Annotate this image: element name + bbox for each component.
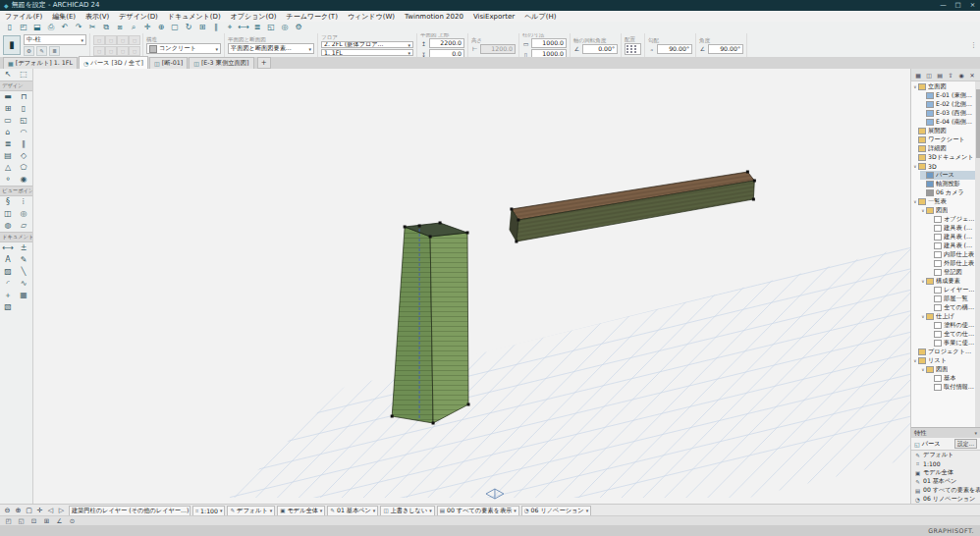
measure-icon[interactable]: ⟷	[237, 22, 250, 33]
paste-icon[interactable]: ⧈	[113, 22, 127, 33]
stair-tool[interactable]: ≣	[0, 138, 16, 150]
wall-tool[interactable]: ▬	[0, 91, 16, 103]
collapse-icon[interactable]: ▾	[974, 430, 977, 436]
tree-row[interactable]: ∨ 図面	[920, 206, 975, 215]
3d-view-icon[interactable]: ◱	[264, 22, 278, 33]
pen-set-combo[interactable]: ✎ 01 基本ペン	[327, 506, 378, 516]
zoom-icon[interactable]: ⊕	[154, 22, 168, 33]
new-tab-button[interactable]: +	[257, 57, 271, 69]
menu-item[interactable]: オプション(O)	[226, 12, 282, 22]
tree-row[interactable]: 詳細図	[912, 144, 975, 153]
menu-item[interactable]: ヘルプ(H)	[519, 12, 561, 22]
morph-tool[interactable]: ◇	[16, 150, 31, 162]
project-map-icon[interactable]: ▦	[913, 71, 923, 80]
drawing-tool[interactable]: ▧	[0, 301, 16, 313]
override-combo[interactable]: ◫ 上書きしない	[380, 506, 434, 516]
pan-icon[interactable]: ✛	[140, 22, 154, 33]
menu-item[interactable]: 編集(E)	[47, 12, 81, 22]
zoom-in-icon[interactable]: ⊕	[13, 507, 24, 514]
fit-view-icon[interactable]: ▢	[24, 507, 34, 514]
tree-row[interactable]: ∨ リスト	[912, 356, 975, 365]
open-file-icon[interactable]: ◰	[17, 22, 30, 33]
properties-title-bar[interactable]: 特性 ▾	[911, 428, 980, 438]
menu-item[interactable]: デザイン(D)	[114, 12, 163, 22]
beam-object[interactable]	[510, 172, 754, 241]
geometry-method-button[interactable]: ◻	[93, 35, 105, 45]
guide-lines-icon[interactable]: ∥	[209, 22, 223, 33]
3d-scene[interactable]	[33, 69, 910, 504]
tree-row[interactable]: E-02 (北側再構築用)	[920, 100, 975, 109]
tree-row[interactable]: 基本	[928, 374, 975, 383]
3d-viewport[interactable]	[33, 69, 910, 504]
save-icon[interactable]: ⬓	[30, 22, 44, 33]
elevation-tool[interactable]: ⦙	[16, 196, 31, 208]
gravity-icon[interactable]: ⌖	[223, 22, 237, 33]
section-tool[interactable]: §	[0, 196, 16, 208]
search-icon[interactable]: ⌕	[127, 22, 140, 33]
geometry-method-button[interactable]: ◻	[117, 46, 129, 56]
door-tool[interactable]: ⊓	[16, 91, 31, 103]
label-tool[interactable]: ✎	[16, 254, 31, 266]
infobox-mini-button[interactable]: ⚙	[24, 46, 34, 56]
publisher-icon[interactable]: ⇪	[946, 71, 955, 80]
curtain-wall-tool[interactable]: ▤	[0, 150, 16, 162]
print-icon[interactable]: ⎙	[44, 22, 58, 33]
layout-book-icon[interactable]: ▤	[935, 71, 945, 80]
tree-row[interactable]: 展開図	[912, 127, 975, 135]
tree-row[interactable]: 全ての構成要素一覧	[928, 303, 975, 312]
level-dimension-tool[interactable]: ±	[16, 242, 31, 254]
tree-row[interactable]: ∨ 構成要素	[920, 277, 975, 286]
infobox-overflow-button[interactable]: ⋮	[967, 41, 980, 49]
grid-snap-icon[interactable]: ⊞	[195, 22, 209, 33]
orbit-icon[interactable]: ↻	[182, 22, 195, 33]
spline-tool[interactable]: ∿	[16, 278, 31, 290]
geometry-method-button[interactable]: ◻	[129, 35, 140, 45]
pin-icon[interactable]: ◉	[956, 71, 966, 80]
tree-row[interactable]: 内部仕上表	[928, 250, 975, 259]
menu-item[interactable]: チームワーク(T)	[281, 12, 342, 22]
cut-icon[interactable]: ✂	[85, 22, 99, 33]
object-tool[interactable]: ⚬	[0, 174, 16, 186]
layer-combination-combo[interactable]: ▤ 00 すべての要素を表示	[437, 506, 519, 516]
scrollbar-thumb[interactable]	[976, 89, 980, 158]
fill-tool[interactable]: ▨	[0, 266, 16, 278]
roof-tool[interactable]: ⌂	[0, 127, 16, 138]
menu-item[interactable]: ファイル(F)	[0, 12, 47, 22]
tree-row[interactable]: ワークシート	[912, 135, 975, 144]
window-control-button[interactable]: —	[936, 0, 951, 11]
tree-row[interactable]: 軸測投影	[920, 180, 975, 188]
layer-quick-combo[interactable]: 建築円柱のレイヤー (その他のレイヤー...)	[69, 506, 191, 516]
tree-row[interactable]: ∨ 仕上げ	[920, 312, 975, 321]
renovation-combo[interactable]: ◔ 06 リノベーション	[521, 506, 591, 516]
menu-item[interactable]: ドキュメント(D)	[163, 12, 226, 22]
prop-structure-display[interactable]: ▣ モデル全体	[911, 468, 980, 477]
geometry-method-button[interactable]: ◻	[117, 35, 129, 45]
view-tab[interactable]: ◫ [断-01]	[149, 57, 188, 69]
previous-view-icon[interactable]: ◁	[45, 507, 56, 514]
tree-row[interactable]: プロジェクトインデックス	[912, 348, 975, 356]
top-height-field[interactable]: 2200.0	[429, 38, 464, 48]
tree-row[interactable]: レイヤー別の壁構成一覧	[928, 286, 975, 295]
geometry-method-button[interactable]: ◻	[93, 46, 105, 56]
height-field[interactable]: 1200.0	[480, 44, 516, 54]
tree-row[interactable]: ∨ 図面	[920, 365, 975, 374]
lamp-tool[interactable]: ◉	[16, 174, 31, 186]
geometry-method-button[interactable]: ◻	[105, 46, 117, 56]
tree-row[interactable]: 建具表 (窓)一覧	[928, 233, 975, 241]
shell-tool[interactable]: ◠	[16, 127, 31, 138]
column-tool[interactable]: ▯	[16, 103, 31, 115]
beam-tool[interactable]: ▭	[0, 115, 16, 127]
column-tool-preview-icon[interactable]: ▮	[3, 35, 21, 55]
tree-row[interactable]: 取付情報 (A4サイズ)	[928, 383, 975, 392]
railing-tool[interactable]: ∥	[16, 138, 31, 150]
dim-a-field[interactable]: 1000.0	[531, 38, 567, 48]
tree-row[interactable]: 建具表 (扉)一覧	[928, 241, 975, 250]
arc-tool[interactable]: ◜	[0, 278, 16, 290]
tree-row[interactable]: ∨ 立面図	[912, 82, 975, 91]
dimension-tool[interactable]: ⟷	[0, 242, 16, 254]
camera-icon[interactable]: ◎	[278, 22, 292, 33]
view-map-icon[interactable]: ◫	[924, 71, 934, 80]
window-control-button[interactable]: ×	[965, 0, 980, 11]
window-tool[interactable]: ⊞	[0, 103, 16, 115]
geometry-method-button[interactable]: ◻	[129, 46, 140, 56]
